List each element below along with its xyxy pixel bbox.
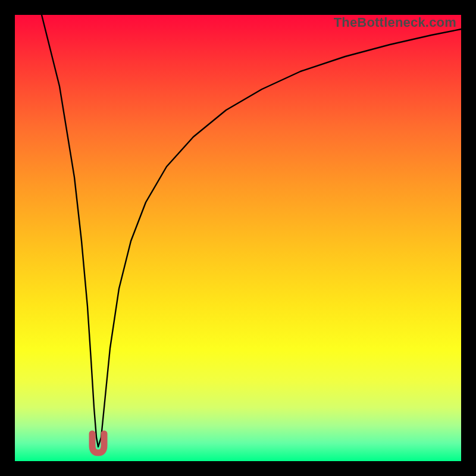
bottleneck-curve bbox=[42, 15, 461, 447]
chart-svg bbox=[15, 15, 461, 461]
chart-plot-area: TheBottleneck.com bbox=[15, 15, 461, 461]
